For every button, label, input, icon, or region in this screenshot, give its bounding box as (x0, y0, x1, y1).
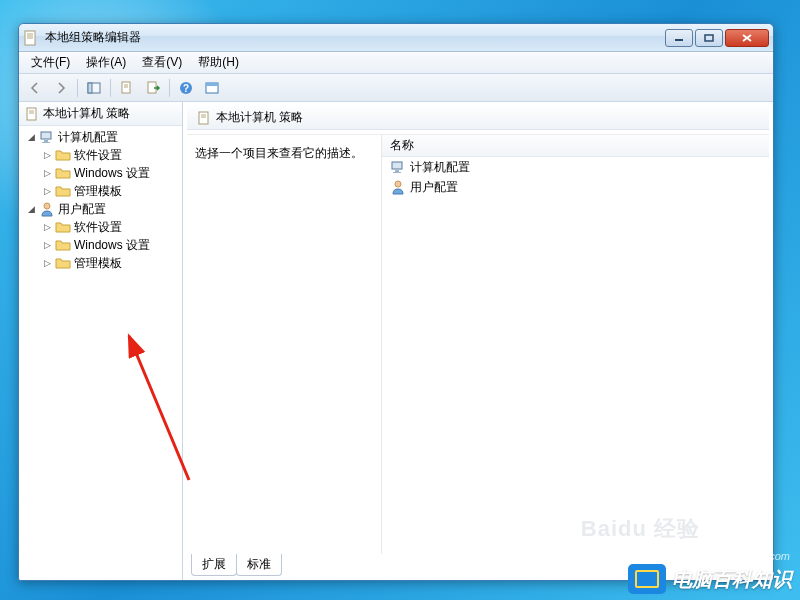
svg-rect-25 (199, 112, 208, 124)
svg-text:?: ? (183, 83, 189, 94)
tree-label: 管理模板 (74, 255, 122, 272)
folder-icon (55, 219, 71, 235)
collapse-icon[interactable]: ◢ (25, 203, 37, 215)
main-header-title: 本地计算机 策略 (216, 109, 303, 126)
app-window: 本地组策略编辑器 文件(F) 操作(A) 查看(V) 帮助(H) ? 本地计算机 (18, 23, 774, 581)
main-body: 选择一个项目来查看它的描述。 名称 计算机配置 用户配置 (187, 134, 769, 554)
expand-icon[interactable]: ▷ (41, 239, 53, 251)
forward-button[interactable] (49, 77, 73, 99)
minimize-button[interactable] (665, 29, 693, 47)
list-item-user-config[interactable]: 用户配置 (382, 177, 769, 197)
tree-label: 管理模板 (74, 183, 122, 200)
computer-icon (390, 159, 406, 175)
svg-point-24 (44, 203, 50, 209)
user-icon (390, 179, 406, 195)
tree-label: 用户配置 (58, 201, 106, 218)
toolbar: ? (19, 74, 773, 102)
policy-icon (197, 111, 211, 125)
policy-icon (25, 107, 39, 121)
svg-rect-29 (395, 170, 399, 172)
window-controls (665, 29, 769, 47)
tree-node-user-config[interactable]: ◢ 用户配置 (19, 200, 182, 218)
expand-icon[interactable]: ▷ (41, 257, 53, 269)
window-title: 本地组策略编辑器 (45, 29, 665, 46)
folder-icon (55, 237, 71, 253)
tab-standard[interactable]: 标准 (236, 554, 282, 576)
tree-label: 计算机配置 (58, 129, 118, 146)
folder-icon (55, 147, 71, 163)
tree-root-label: 本地计算机 策略 (43, 105, 130, 122)
expand-icon[interactable]: ▷ (41, 149, 53, 161)
list-column: 名称 计算机配置 用户配置 (382, 135, 769, 554)
help-button[interactable]: ? (174, 77, 198, 99)
list-item-computer-config[interactable]: 计算机配置 (382, 157, 769, 177)
watermark-url: www.pc-daily.com (703, 550, 790, 562)
tree-node-windows-settings[interactable]: ▷ Windows 设置 (19, 164, 182, 182)
watermark-baidu: Baidu 经验 (581, 514, 700, 544)
brand-logo-icon (628, 564, 666, 594)
menubar: 文件(F) 操作(A) 查看(V) 帮助(H) (19, 52, 773, 74)
tree-header: 本地计算机 策略 (19, 102, 182, 126)
computer-icon (39, 129, 55, 145)
collapse-icon[interactable]: ◢ (25, 131, 37, 143)
tree-node-user-software-settings[interactable]: ▷ 软件设置 (19, 218, 182, 236)
menu-view[interactable]: 查看(V) (134, 52, 190, 73)
tab-extended[interactable]: 扩展 (191, 554, 237, 576)
tree-node-user-windows-settings[interactable]: ▷ Windows 设置 (19, 236, 182, 254)
menu-action[interactable]: 操作(A) (78, 52, 134, 73)
close-button[interactable] (725, 29, 769, 47)
svg-rect-23 (42, 142, 50, 143)
svg-rect-28 (392, 162, 402, 169)
maximize-button[interactable] (695, 29, 723, 47)
description-column: 选择一个项目来查看它的描述。 (187, 135, 382, 554)
expand-icon[interactable]: ▷ (41, 185, 53, 197)
svg-rect-18 (27, 108, 36, 120)
svg-rect-30 (393, 172, 401, 173)
main-panel: 本地计算机 策略 选择一个项目来查看它的描述。 名称 计算机配置 (183, 102, 773, 580)
user-icon (39, 201, 55, 217)
titlebar[interactable]: 本地组策略编辑器 (19, 24, 773, 52)
export-button[interactable] (141, 77, 165, 99)
tree-node-computer-config[interactable]: ◢ 计算机配置 (19, 128, 182, 146)
menu-help[interactable]: 帮助(H) (190, 52, 247, 73)
column-header-label: 名称 (390, 137, 414, 154)
toolbar-separator (169, 79, 170, 97)
folder-icon (55, 255, 71, 271)
svg-rect-5 (705, 35, 713, 41)
main-header: 本地计算机 策略 (187, 106, 769, 130)
tree-label: 软件设置 (74, 147, 122, 164)
content-area: 本地计算机 策略 ◢ 计算机配置 ▷ 软件设置 ▷ Windows 设置 (19, 102, 773, 580)
list-item-label: 用户配置 (410, 179, 458, 196)
expand-icon[interactable]: ▷ (41, 221, 53, 233)
tree-node-admin-templates[interactable]: ▷ 管理模板 (19, 182, 182, 200)
tree-label: 软件设置 (74, 219, 122, 236)
tree-node-user-admin-templates[interactable]: ▷ 管理模板 (19, 254, 182, 272)
properties-button[interactable] (115, 77, 139, 99)
brand-text: 电脑百科知识 (672, 566, 792, 593)
folder-icon (55, 165, 71, 181)
expand-icon[interactable]: ▷ (41, 167, 53, 179)
svg-rect-22 (44, 140, 48, 142)
back-button[interactable] (23, 77, 47, 99)
list-header-name[interactable]: 名称 (382, 135, 769, 157)
filter-button[interactable] (200, 77, 224, 99)
list-item-label: 计算机配置 (410, 159, 470, 176)
svg-rect-17 (206, 83, 218, 86)
svg-rect-9 (88, 83, 92, 93)
tree-node-software-settings[interactable]: ▷ 软件设置 (19, 146, 182, 164)
watermark-brand: 电脑百科知识 (628, 564, 792, 594)
description-text: 选择一个项目来查看它的描述。 (195, 146, 363, 160)
app-icon (23, 30, 39, 46)
folder-icon (55, 183, 71, 199)
toolbar-separator (77, 79, 78, 97)
tree-label: Windows 设置 (74, 165, 150, 182)
menu-file[interactable]: 文件(F) (23, 52, 78, 73)
tree-panel: 本地计算机 策略 ◢ 计算机配置 ▷ 软件设置 ▷ Windows 设置 (19, 102, 183, 580)
tree-label: Windows 设置 (74, 237, 150, 254)
svg-rect-21 (41, 132, 51, 139)
svg-point-31 (395, 181, 401, 187)
toolbar-pane-button[interactable] (82, 77, 106, 99)
toolbar-separator (110, 79, 111, 97)
tree: ◢ 计算机配置 ▷ 软件设置 ▷ Windows 设置 ▷ 管理 (19, 126, 182, 274)
